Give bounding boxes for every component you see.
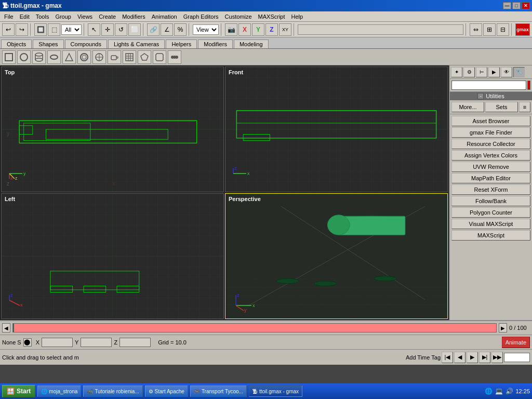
close-button[interactable]: ✕ bbox=[522, 2, 530, 9]
xy-axis[interactable]: XY bbox=[279, 23, 291, 36]
taskbar-item-1[interactable]: 📹 Tutoriale robienia... bbox=[83, 385, 142, 397]
tab-shapes[interactable]: Shapes bbox=[33, 39, 63, 48]
named-selection-field[interactable] bbox=[298, 24, 463, 35]
y-coord-input[interactable] bbox=[81, 338, 112, 347]
menu-file[interactable]: File bbox=[1, 12, 17, 21]
view-dropdown[interactable]: View bbox=[193, 24, 219, 35]
timeline-track[interactable] bbox=[12, 323, 497, 332]
maximize-button[interactable]: □ bbox=[512, 2, 521, 9]
util-polygon-counter[interactable]: Polygon Counter bbox=[451, 207, 530, 218]
taskbar-item-0[interactable]: 🌐 moja_strona bbox=[37, 385, 81, 397]
taskbar-item-2[interactable]: ⚙ Start Apache bbox=[145, 385, 188, 397]
util-visual-maxscript[interactable]: Visual MAXScript bbox=[451, 219, 530, 229]
geosphere-icon[interactable] bbox=[92, 50, 106, 64]
mirror-button[interactable]: ⇔ bbox=[470, 23, 482, 36]
timeline-prev-arrow[interactable]: ◀ bbox=[2, 323, 10, 332]
menu-create[interactable]: Create bbox=[96, 12, 119, 21]
animate-button[interactable]: Animate bbox=[502, 337, 530, 348]
move-button[interactable]: ✛ bbox=[101, 23, 114, 36]
play-button[interactable]: ▶ bbox=[467, 352, 478, 363]
tab-compounds[interactable]: Compounds bbox=[65, 39, 107, 48]
tab-objects[interactable]: Objects bbox=[1, 39, 32, 48]
teapot-icon[interactable] bbox=[108, 50, 121, 64]
util-reset-xform[interactable]: Reset XForm bbox=[451, 184, 530, 195]
cone-icon[interactable] bbox=[62, 50, 76, 64]
viewport-left[interactable]: Left bbox=[1, 193, 224, 319]
menu-maxscript[interactable]: MAXScript bbox=[255, 12, 288, 21]
util-resource-collector[interactable]: Resource Collector bbox=[451, 139, 530, 149]
motion-panel-icon[interactable]: ▶ bbox=[488, 67, 500, 77]
util-follow-bank[interactable]: Follow/Bank bbox=[451, 196, 530, 206]
viewport-front[interactable]: Front bbox=[225, 66, 448, 192]
rotate-button[interactable]: ↺ bbox=[115, 23, 127, 36]
utilities-panel-icon[interactable]: 🔧 bbox=[513, 67, 525, 77]
key-next-button[interactable]: ▶▶ bbox=[491, 352, 503, 363]
y-axis[interactable]: Y bbox=[252, 23, 264, 36]
z-axis[interactable]: Z bbox=[265, 23, 278, 36]
tab-modeling[interactable]: Modeling bbox=[234, 39, 269, 48]
sets-button[interactable]: Sets bbox=[485, 102, 518, 112]
taskbar-item-4[interactable]: 🗜 ttoil.gmax - gmax bbox=[249, 385, 302, 397]
none-s-icon[interactable]: ⬤ bbox=[23, 338, 32, 347]
play-next-button[interactable]: ▶| bbox=[479, 352, 490, 363]
x-coord-input[interactable] bbox=[42, 338, 73, 347]
select-filter-dropdown[interactable]: All bbox=[61, 24, 82, 35]
menu-animation[interactable]: Animation bbox=[149, 12, 180, 21]
x-axis[interactable]: X bbox=[238, 23, 251, 36]
undo-button[interactable]: ↩ bbox=[2, 23, 15, 36]
menu-tools[interactable]: Tools bbox=[33, 12, 52, 21]
box-icon[interactable] bbox=[2, 50, 16, 64]
color-picker-button[interactable] bbox=[527, 81, 530, 90]
tab-lights-cameras[interactable]: Lights & Cameras bbox=[108, 39, 165, 48]
angle-snap[interactable]: ∠ bbox=[161, 23, 173, 36]
menu-modifiers[interactable]: Modifiers bbox=[119, 12, 149, 21]
snap-toggle[interactable]: 🔗 bbox=[147, 23, 159, 36]
modify-panel-icon[interactable]: ⚙ bbox=[463, 67, 475, 77]
percent-snap[interactable]: % bbox=[174, 23, 187, 36]
viewport-perspective[interactable]: Perspective bbox=[225, 193, 448, 319]
sphere-icon[interactable] bbox=[17, 50, 31, 64]
menu-graph-editors[interactable]: Graph Editors bbox=[180, 12, 222, 21]
menu-help[interactable]: Help bbox=[288, 12, 307, 21]
redo-button[interactable]: ↪ bbox=[16, 23, 28, 36]
timeline-next-arrow[interactable]: ▶ bbox=[499, 323, 507, 332]
util-assign-vertex-colors[interactable]: Assign Vertex Colors bbox=[451, 150, 530, 161]
util-mappath-editor[interactable]: MapPath Editor bbox=[451, 173, 530, 183]
array-button[interactable]: ⊞ bbox=[483, 23, 496, 36]
create-panel-icon[interactable]: ✦ bbox=[451, 67, 462, 77]
select-button[interactable]: ↖ bbox=[88, 23, 100, 36]
play-prev-button[interactable]: ◀ bbox=[454, 352, 466, 363]
tube-icon[interactable] bbox=[77, 50, 91, 64]
menu-views[interactable]: Views bbox=[74, 12, 96, 21]
utilities-collapse-button[interactable]: - bbox=[477, 93, 484, 99]
cylinder-icon[interactable] bbox=[32, 50, 46, 64]
viewport-top[interactable]: Top y x z bbox=[1, 66, 224, 192]
util-asset-browser[interactable]: Asset Browser bbox=[451, 116, 530, 126]
align-button[interactable]: ⊟ bbox=[497, 23, 509, 36]
z-coord-input[interactable] bbox=[119, 338, 151, 347]
more-button[interactable]: More... bbox=[451, 102, 484, 112]
render-btn[interactable]: 📷 bbox=[225, 23, 237, 36]
util-uvw-remove[interactable]: UVW Remove bbox=[451, 162, 530, 172]
tab-modifiers[interactable]: Modifiers bbox=[198, 39, 233, 48]
grid-icon[interactable] bbox=[123, 50, 136, 64]
select-object-button[interactable]: 🔲 bbox=[34, 23, 47, 36]
torus-icon[interactable] bbox=[47, 50, 61, 64]
menu-customize[interactable]: Customize bbox=[222, 12, 255, 21]
util-maxscript[interactable]: MAXScript bbox=[451, 230, 530, 241]
hedra-icon[interactable] bbox=[138, 50, 151, 64]
sets-icon-button[interactable]: ≡ bbox=[519, 102, 530, 112]
key-prev-button[interactable]: |◀ bbox=[442, 352, 453, 363]
select-region-button[interactable]: ⬚ bbox=[48, 23, 60, 36]
chamferbox-icon[interactable] bbox=[153, 50, 166, 64]
menu-edit[interactable]: Edit bbox=[17, 12, 33, 21]
panel-search-input[interactable] bbox=[451, 81, 526, 90]
taskbar-item-3[interactable]: 🎮 Transport Tycoo... bbox=[190, 385, 247, 397]
menu-group[interactable]: Group bbox=[52, 12, 74, 21]
minimize-button[interactable]: — bbox=[503, 2, 511, 9]
frame-input[interactable] bbox=[504, 353, 530, 362]
tab-helpers[interactable]: Helpers bbox=[166, 39, 197, 48]
display-panel-icon[interactable]: 👁 bbox=[501, 67, 512, 77]
extra-icon[interactable] bbox=[168, 50, 181, 64]
scale-button[interactable]: ⬜ bbox=[128, 23, 141, 36]
